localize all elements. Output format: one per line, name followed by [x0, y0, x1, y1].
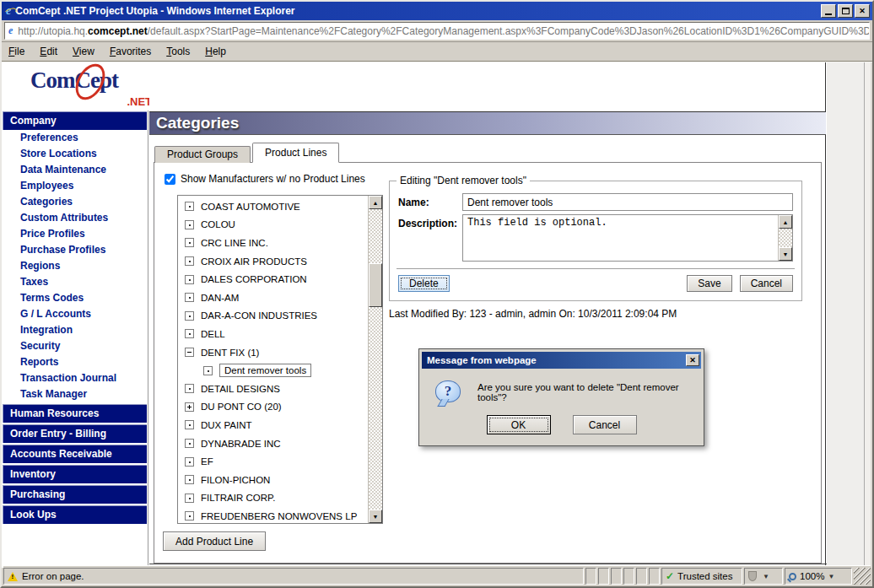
- sidebar-item-purchase-profiles[interactable]: Purchase Profiles: [2, 242, 148, 258]
- menu-view[interactable]: View: [73, 46, 94, 57]
- cancel-button[interactable]: Cancel: [740, 275, 793, 292]
- node-box-icon[interactable]: [185, 256, 194, 266]
- close-button[interactable]: ✕: [855, 4, 870, 18]
- sidebar-item-human-resources[interactable]: Human Resources: [3, 404, 147, 423]
- sidebar-item-accounts-receivable[interactable]: Accounts Receivable: [3, 445, 147, 463]
- sidebar-item-look-ups[interactable]: Look Ups: [3, 505, 147, 524]
- node-box-icon[interactable]: [185, 457, 194, 467]
- scroll-up-icon[interactable]: ▲: [779, 215, 792, 229]
- node-box-icon[interactable]: [185, 420, 194, 429]
- sidebar-item-terms-codes[interactable]: Terms Codes: [2, 290, 148, 306]
- menu-help[interactable]: Help: [205, 46, 226, 57]
- tree-node-label: DENT FIX (1): [201, 348, 259, 358]
- tree-node-du-pont-co-20[interactable]: DU PONT CO (20): [178, 398, 369, 417]
- tree-node-crc-line-inc[interactable]: CRC LINE INC.: [178, 234, 369, 252]
- sidebar-item-security[interactable]: Security: [2, 338, 148, 354]
- tree-node-dux-paint[interactable]: DUX PAINT: [178, 416, 369, 434]
- sidebar-item-regions[interactable]: Regions: [2, 258, 148, 274]
- sidebar-item-inventory[interactable]: Inventory: [3, 465, 147, 483]
- expand-box-icon[interactable]: [185, 402, 194, 412]
- node-box-icon[interactable]: [185, 220, 194, 229]
- scroll-down-icon[interactable]: ▼: [779, 247, 792, 261]
- minimize-button[interactable]: [821, 4, 836, 18]
- show-manufacturers-checkbox[interactable]: [165, 174, 175, 185]
- tree-node-coast-automotive[interactable]: COAST AUTOMOTIVE: [178, 197, 369, 216]
- tree-node-filtrair-corp[interactable]: FILTRAIR CORP.: [178, 489, 369, 508]
- tab-product-groups[interactable]: Product Groups: [154, 146, 251, 163]
- sidebar-item-g-l-accounts[interactable]: G / L Accounts: [2, 306, 148, 322]
- name-field[interactable]: [462, 193, 793, 211]
- dialog-ok-button[interactable]: OK: [487, 415, 551, 434]
- node-box-icon[interactable]: [185, 329, 194, 338]
- sidebar-item-employees[interactable]: Employees: [2, 178, 148, 194]
- node-box-icon[interactable]: [185, 238, 194, 247]
- node-box-icon[interactable]: [185, 311, 194, 321]
- sidebar-item-integration[interactable]: Integration: [2, 322, 148, 338]
- chevron-down-icon[interactable]: ▼: [828, 573, 834, 580]
- ie-logo-icon: e: [6, 4, 11, 18]
- dialog-cancel-button[interactable]: Cancel: [573, 415, 637, 434]
- node-box-icon[interactable]: [185, 202, 194, 211]
- save-button[interactable]: Save: [687, 275, 731, 292]
- sidebar-item-taxes[interactable]: Taxes: [2, 274, 148, 290]
- tree-node-dar-a-con-industries[interactable]: DAR-A-CON INDUSTRIES: [178, 307, 369, 326]
- menu-edit[interactable]: Edit: [40, 46, 57, 57]
- tree-node-filon-pichon[interactable]: FILON-PICHON: [178, 471, 369, 489]
- tree-node-dent-remover-tools[interactable]: Dent remover tools: [178, 361, 369, 380]
- node-box-icon[interactable]: [185, 475, 194, 484]
- tree-node-dell[interactable]: DELL: [178, 325, 369, 343]
- menu-favorites[interactable]: Favorites: [110, 46, 151, 57]
- security-zone-pane: ✓ Trusted sites: [661, 568, 742, 585]
- dialog-close-icon[interactable]: ✕: [686, 354, 699, 366]
- sidebar-item-transaction-journal[interactable]: Transaction Journal: [2, 370, 148, 386]
- maximize-button[interactable]: [838, 4, 853, 18]
- menu-file[interactable]: File: [8, 46, 24, 57]
- sidebar-item-preferences[interactable]: Preferences: [2, 130, 148, 146]
- scroll-up-icon[interactable]: ▲: [369, 196, 382, 209]
- sidebar-item-task-manager[interactable]: Task Manager: [2, 386, 148, 402]
- node-box-icon[interactable]: [185, 439, 194, 448]
- tree-node-freudenberg-nonwovens-lp[interactable]: FREUDENBERG NONWOVENS LP: [178, 507, 369, 524]
- description-textarea[interactable]: This field is optional. ▲ ▼: [462, 214, 793, 262]
- sidebar-item-data-maintenance[interactable]: Data Maintenance: [2, 162, 148, 178]
- tree-node-detail-designs[interactable]: DETAIL DESIGNS: [178, 380, 369, 398]
- sidebar-item-price-profiles[interactable]: Price Profiles: [2, 226, 148, 242]
- node-box-icon[interactable]: [185, 293, 194, 302]
- tab-product-lines[interactable]: Product Lines: [252, 143, 339, 163]
- sidebar-item-purchasing[interactable]: Purchasing: [3, 485, 147, 504]
- tree-node-croix-air-products[interactable]: CROIX AIR PRODUCTS: [178, 252, 369, 271]
- chevron-down-icon[interactable]: ▼: [763, 573, 769, 580]
- page-scrollbar[interactable]: [864, 62, 872, 568]
- sidebar-item-store-locations[interactable]: Store Locations: [2, 146, 148, 162]
- menu-tools[interactable]: Tools: [166, 46, 190, 57]
- comcept-logo: ComCept .NET: [30, 67, 157, 108]
- delete-button[interactable]: Delete: [398, 275, 450, 292]
- tree-node-colou[interactable]: COLOU: [178, 216, 369, 235]
- scroll-down-icon[interactable]: ▼: [369, 510, 382, 523]
- tree-node-dynabrade-inc[interactable]: DYNABRADE INC: [178, 434, 369, 453]
- node-box-icon[interactable]: [185, 494, 194, 503]
- url-input[interactable]: e http://utopia.hq.comcept.net/default.a…: [4, 22, 870, 40]
- sidebar-item-company[interactable]: Company: [3, 111, 147, 130]
- add-product-line-button[interactable]: Add Product Line: [163, 531, 266, 551]
- protected-mode-pane[interactable]: ▼: [744, 568, 783, 585]
- scroll-thumb[interactable]: [369, 263, 382, 307]
- tree-node-dent-fix-1[interactable]: DENT FIX (1): [178, 343, 369, 362]
- node-box-icon[interactable]: [185, 275, 194, 284]
- tree-node-dan-am[interactable]: DAN-AM: [178, 289, 369, 307]
- collapse-box-icon[interactable]: [185, 348, 194, 357]
- description-scrollbar[interactable]: ▲ ▼: [778, 215, 792, 261]
- sidebar-item-order-entry-billing[interactable]: Order Entry - Billing: [3, 424, 147, 443]
- node-box-icon[interactable]: [185, 511, 194, 521]
- sidebar-item-reports[interactable]: Reports: [2, 354, 148, 370]
- node-box-icon[interactable]: [185, 384, 194, 393]
- tree-node-ef[interactable]: EF: [178, 452, 369, 471]
- tree-node-dales-corporation[interactable]: DALES CORPORATION: [178, 270, 369, 289]
- node-box-icon[interactable]: [203, 366, 213, 375]
- tree-scrollbar[interactable]: ▲ ▼: [368, 196, 382, 523]
- sidebar-item-categories[interactable]: Categories: [2, 194, 148, 210]
- sidebar-item-custom-attributes[interactable]: Custom Attributes: [2, 210, 148, 226]
- resize-grip[interactable]: [854, 568, 871, 585]
- zoom-pane[interactable]: 100% ▼: [785, 568, 852, 585]
- dialog-title-bar: Message from webpage ✕: [422, 352, 701, 369]
